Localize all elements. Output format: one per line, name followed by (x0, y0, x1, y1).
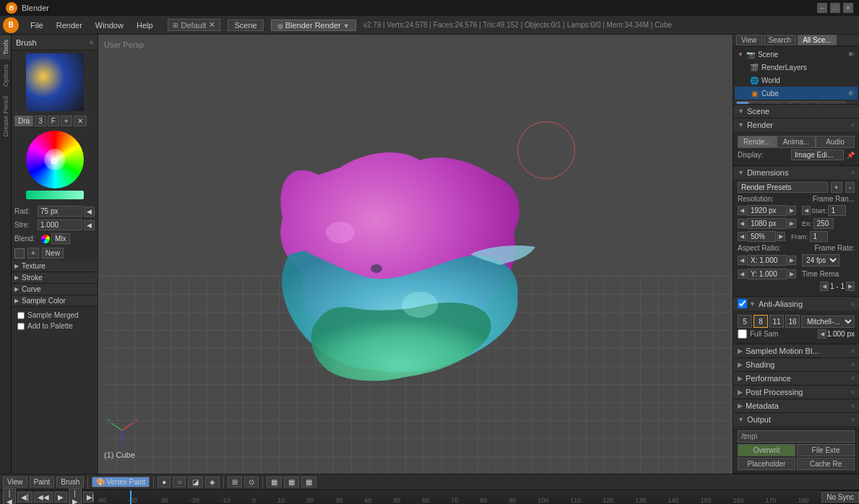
sampled-motion-section[interactable]: ▶ Sampled Motion Bl... ≡ (733, 344, 859, 358)
sample-color-header[interactable]: Sample Color (12, 295, 98, 307)
res-x-up[interactable]: ▶ (787, 206, 796, 215)
timeline-bar[interactable]: -50-40-30-20-10 010203040 5060708090 100… (94, 490, 821, 504)
post-processing-section[interactable]: ▶ Post Processing ≡ (733, 386, 859, 399)
minimize-button[interactable]: ─ (817, 3, 827, 13)
engine-selector[interactable]: ◎ Blender Render ▼ (271, 19, 356, 31)
outliner-renderlayers[interactable]: 🎬 RenderLayers (735, 61, 858, 74)
solid-mode-btn[interactable]: ● (157, 477, 170, 487)
render-tab-render[interactable]: Rende... (738, 136, 777, 148)
snap-btn[interactable]: ⊞ (228, 477, 242, 487)
blend-value[interactable]: Mix (51, 233, 70, 244)
viewport[interactable]: User Persp (98, 35, 733, 474)
rendered-mode-btn[interactable]: ◈ (205, 477, 220, 487)
curve-section-header[interactable]: Curve (12, 284, 98, 295)
outliner-world[interactable]: 🌐 World (735, 74, 858, 87)
fps-select[interactable]: 24 fps (802, 254, 839, 266)
texture-section-header[interactable]: Texture (12, 261, 98, 272)
outliner-tab-search[interactable]: Search (764, 35, 797, 45)
aspect-x-up[interactable]: ▶ (787, 256, 796, 265)
menu-file[interactable]: File (25, 19, 49, 31)
proportional-btn[interactable]: ⊙ (244, 477, 259, 487)
texture-mode-btn[interactable]: ◪ (188, 477, 203, 487)
extra-btn-2[interactable]: ▦ (284, 477, 299, 487)
display-icon[interactable]: 📌 (847, 152, 855, 159)
render-presets-val[interactable]: Render Presets (738, 182, 828, 193)
scene-eye-icon[interactable]: 👁 (847, 51, 855, 58)
aa-checkbox[interactable] (738, 299, 747, 308)
output-title[interactable]: ▼ Output ≡ (733, 413, 859, 426)
output-path-input[interactable] (738, 430, 855, 443)
file-ext-btn[interactable]: File Exte (797, 444, 855, 456)
play-btn[interactable]: ▶ (54, 492, 67, 503)
res-x-input[interactable] (747, 205, 787, 216)
full-sample-checkbox[interactable] (738, 329, 747, 339)
placeholder-btn[interactable]: Placeholder (738, 458, 795, 470)
brush-close-btn[interactable]: ✕ (74, 116, 87, 126)
color-value-bar[interactable] (26, 191, 84, 199)
res-y-up[interactable]: ▶ (787, 219, 796, 228)
step-back-btn[interactable]: ◀| (17, 492, 33, 503)
brush-f-btn[interactable]: F (48, 116, 59, 126)
start-frame-input[interactable] (828, 205, 846, 216)
render-section-title[interactable]: ▼ Render ≡ (733, 118, 859, 131)
toolbar-brush-btn[interactable]: Brush (56, 477, 84, 487)
vertex-paint-mode-btn[interactable]: 🎨 Vertex Paint (92, 477, 150, 487)
add-palette-checkbox[interactable] (17, 323, 25, 330)
time-down[interactable]: ◀ (820, 282, 829, 291)
brush-size-btn[interactable]: 3 (35, 116, 46, 126)
render-presets-del[interactable]: - (845, 182, 855, 193)
aa-val-11[interactable]: 11 (769, 315, 784, 328)
end-frame-input[interactable] (813, 218, 834, 229)
toolbar-paint-btn[interactable]: Paint (30, 477, 55, 487)
metadata-section[interactable]: ▶ Metadata ≡ (733, 399, 859, 413)
dimensions-title[interactable]: ▼ Dimensions ≡ (733, 166, 859, 179)
aa-val-16[interactable]: 16 (785, 315, 800, 328)
render-presets-add[interactable]: + (831, 182, 842, 193)
aa-val-8[interactable]: 8 (754, 315, 768, 328)
extra-btn-3[interactable]: ▦ (301, 477, 316, 487)
aspect-y-input[interactable] (747, 269, 787, 279)
play-reverse-btn[interactable]: ◀◀ (34, 492, 53, 503)
scene-selector[interactable]: Scene (228, 19, 263, 31)
radius-input[interactable] (38, 206, 82, 217)
aspect-x-input[interactable] (747, 255, 787, 266)
radius-arrow[interactable]: ◀ (84, 207, 95, 217)
color-wheel[interactable] (26, 131, 84, 188)
maximize-button[interactable]: □ (830, 3, 840, 13)
menu-help[interactable]: Help (131, 19, 159, 31)
no-sync-btn[interactable]: No Sync (821, 492, 859, 503)
strength-arrow[interactable]: ◀ (84, 220, 95, 230)
scene-section-title[interactable]: ▼ Scene (733, 105, 859, 118)
cube-eye-icon[interactable]: 👁 (847, 90, 855, 97)
cache-re-btn[interactable]: Cache Re (797, 458, 855, 470)
render-tab-anim[interactable]: Anima... (777, 136, 816, 148)
jump-start-btn[interactable]: |◀ (3, 488, 16, 505)
res-x-down[interactable]: ◀ (738, 206, 746, 215)
toolbar-view-btn[interactable]: View (3, 477, 27, 487)
time-up[interactable]: ▶ (846, 282, 855, 291)
res-y-down[interactable]: ◀ (738, 219, 746, 228)
tools-tab[interactable]: Tools (0, 35, 11, 59)
close-button[interactable]: ✕ (843, 3, 853, 13)
menu-render[interactable]: Render (51, 19, 88, 31)
outliner-scene[interactable]: ▼ 📷 Scene 👁 (735, 48, 858, 61)
brush-menu-icon[interactable]: ≡ (90, 39, 93, 46)
new-brush-btn[interactable]: New (42, 248, 64, 258)
sample-merged-checkbox[interactable] (17, 312, 25, 319)
full-sample-down[interactable]: ◀ (818, 329, 826, 339)
workspace-selector[interactable]: ⊞ Default ✕ (168, 19, 221, 31)
aa-filter-select[interactable]: Mitchell-... (801, 316, 855, 328)
render-tab-audio[interactable]: Audio (816, 136, 855, 148)
menu-window[interactable]: Window (90, 19, 129, 31)
color-dot-1[interactable] (14, 248, 25, 258)
aspect-y-up[interactable]: ▶ (787, 269, 796, 279)
display-value[interactable]: Image Edi... (791, 149, 844, 160)
start-frame-down[interactable]: ◀ (802, 206, 811, 215)
aa-title[interactable]: ▼ Anti-Aliasing ≡ (733, 297, 859, 310)
aspect-x-down[interactable]: ◀ (738, 256, 746, 265)
aa-val-5[interactable]: 5 (738, 315, 752, 328)
overwrite-btn[interactable]: Overwrit (738, 444, 795, 456)
draw-mode-btn[interactable]: Dra (14, 116, 33, 126)
res-pct-down[interactable]: ◀ (738, 232, 746, 241)
step-fwd-btn[interactable]: |▶ (69, 488, 82, 505)
